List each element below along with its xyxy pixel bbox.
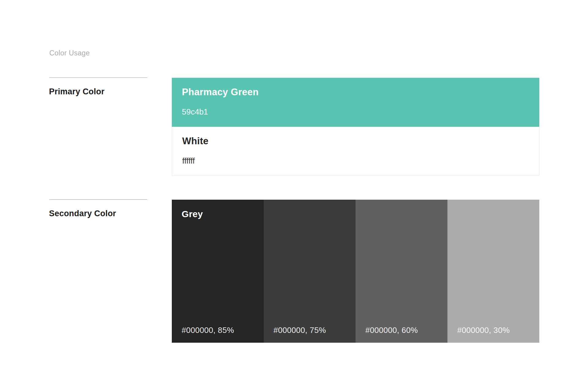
section-heading-primary: Primary Color [49,87,104,96]
swatch-title: Pharmacy Green [182,87,529,97]
section-divider [49,199,147,200]
swatch-label: #000000, 85% [182,326,254,335]
swatch-label: #000000, 60% [365,326,438,335]
page-title: Color Usage [49,49,90,57]
swatch-grey-60[interactable]: #000000, 60% [356,200,447,343]
swatch-grey-85[interactable]: Grey #000000, 85% [172,200,264,343]
swatch-hex-value: 59c4b1 [182,107,529,116]
swatch-white[interactable]: White ffffff [172,127,539,176]
swatch-hex-value: ffffff [182,156,529,165]
grey-palette: Grey #000000, 85% #000000, 75% #000000, … [172,200,539,343]
swatch-grey-75[interactable]: #000000, 75% [264,200,356,343]
primary-color-card: Pharmacy Green 59c4b1 White ffffff [172,78,539,176]
swatch-group-title: Grey [182,209,254,219]
section-divider [49,77,147,78]
swatch-grey-30[interactable]: #000000, 30% [447,200,539,343]
swatch-title: White [182,136,529,146]
swatch-pharmacy-green[interactable]: Pharmacy Green 59c4b1 [172,78,539,127]
swatch-label: #000000, 30% [457,326,530,335]
section-heading-secondary: Secondary Color [49,209,116,218]
swatch-label: #000000, 75% [273,326,346,335]
